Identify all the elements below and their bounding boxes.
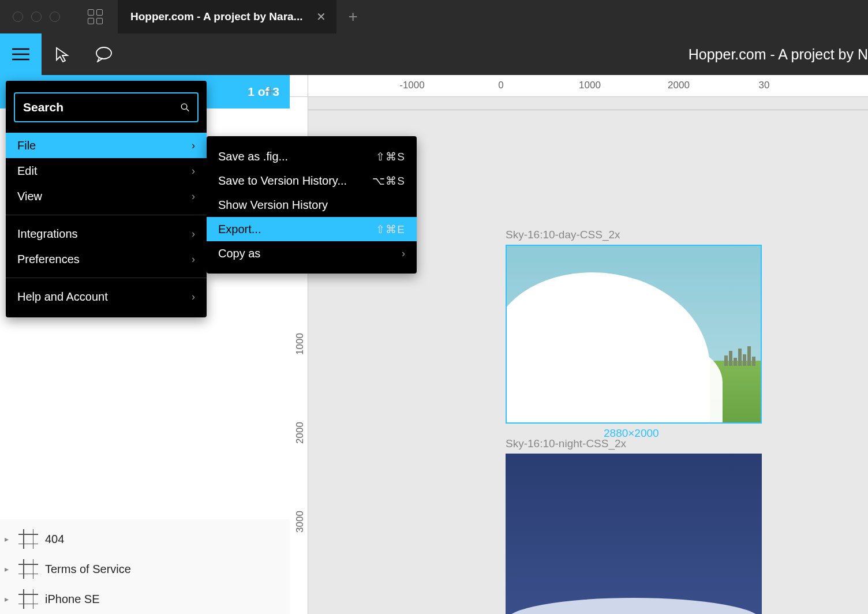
- layer-name: 404: [45, 533, 64, 546]
- move-tool-button[interactable]: [42, 33, 83, 75]
- tab-title: Hopper.com - A project by Nara...: [130, 10, 302, 23]
- layer-row[interactable]: ▸ Terms of Service: [0, 554, 290, 584]
- menu-separator: [6, 278, 207, 278]
- expand-chevron-icon[interactable]: ▸: [5, 564, 12, 574]
- close-window-button[interactable]: [13, 12, 23, 22]
- menu-shortcut: ⇧⌘E: [376, 223, 405, 236]
- svg-line-7: [186, 109, 189, 111]
- artboard-day[interactable]: [506, 245, 762, 424]
- titlebar: Hopper.com - A project by Nara... ✕ +: [0, 0, 868, 33]
- chevron-right-icon: ›: [192, 253, 195, 265]
- menu-item-edit[interactable]: Edit ›: [6, 158, 207, 184]
- comment-tool-button[interactable]: [83, 33, 125, 75]
- guide-line: [308, 110, 868, 110]
- minimize-window-button[interactable]: [31, 12, 42, 22]
- menu-item-label: Edit: [17, 164, 37, 178]
- svg-point-3: [96, 47, 111, 59]
- home-grid-icon[interactable]: [88, 9, 103, 24]
- submenu-item-export[interactable]: Export... ⇧⌘E: [207, 217, 417, 241]
- ruler-tick: -1000: [399, 80, 424, 91]
- frame-icon: [20, 530, 37, 548]
- search-icon: [181, 101, 189, 114]
- chevron-right-icon: ›: [192, 291, 195, 303]
- expand-chevron-icon[interactable]: ▸: [5, 594, 12, 604]
- menu-item-label: Help and Account: [17, 290, 108, 304]
- sky-illustration: [507, 246, 761, 422]
- menu-item-help[interactable]: Help and Account ›: [6, 284, 207, 309]
- chevron-right-icon: ›: [402, 248, 405, 260]
- cursor-icon: [55, 46, 70, 62]
- frame-icon: [20, 590, 37, 608]
- menu-shortcut: ⇧⌘S: [376, 150, 405, 163]
- file-submenu: Save as .fig... ⇧⌘S Save to Version Hist…: [207, 136, 417, 274]
- new-tab-button[interactable]: +: [348, 8, 357, 26]
- frame-label[interactable]: Sky-16:10-day-CSS_2x: [506, 229, 620, 241]
- menu-item-preferences[interactable]: Preferences ›: [6, 246, 207, 272]
- frame-icon: [20, 560, 37, 578]
- menu-item-label: Save to Version History...: [218, 174, 347, 188]
- menu-search-input[interactable]: [23, 100, 181, 114]
- ruler-tick: 30: [759, 80, 770, 91]
- menu-separator: [6, 215, 207, 215]
- menu-item-label: File: [17, 139, 36, 152]
- layer-name: Terms of Service: [45, 563, 131, 576]
- ruler-tick: 3000: [294, 511, 306, 533]
- maximize-window-button[interactable]: [50, 12, 60, 22]
- ruler-tick: 0: [498, 80, 503, 91]
- hamburger-icon: [12, 48, 29, 61]
- menu-shortcut: ⌥⌘S: [372, 174, 405, 188]
- chat-bubble-icon: [95, 46, 113, 62]
- menu-item-label: Export...: [218, 223, 261, 236]
- chevron-right-icon: ›: [192, 228, 195, 240]
- window-controls: [0, 12, 60, 22]
- menu-search-box[interactable]: [14, 92, 199, 122]
- ruler-corner: [290, 75, 308, 97]
- layer-row[interactable]: ▸ iPhone SE: [0, 584, 290, 614]
- menu-item-label: Integrations: [17, 227, 78, 241]
- submenu-item-save-history[interactable]: Save to Version History... ⌥⌘S: [207, 169, 417, 193]
- main-menu-button[interactable]: [0, 33, 42, 75]
- ruler-tick: 1000: [579, 80, 601, 91]
- menu-item-label: Preferences: [17, 253, 80, 266]
- menu-item-label: Save as .fig...: [218, 150, 288, 163]
- document-tab[interactable]: Hopper.com - A project by Nara... ✕: [118, 0, 336, 33]
- ruler-tick: 2000: [668, 80, 690, 91]
- ruler-tick: 2000: [294, 422, 306, 444]
- submenu-item-save-as-fig[interactable]: Save as .fig... ⇧⌘S: [207, 144, 417, 169]
- close-tab-icon[interactable]: ✕: [316, 10, 326, 24]
- chevron-right-icon: ›: [192, 190, 195, 203]
- night-illustration: [506, 454, 762, 614]
- document-title: Hopper.com - A project by N: [689, 46, 868, 63]
- submenu-item-copy-as[interactable]: Copy as ›: [207, 241, 417, 265]
- add-page-icon[interactable]: [264, 85, 276, 97]
- menu-item-integrations[interactable]: Integrations ›: [6, 221, 207, 246]
- frame-label[interactable]: Sky-16:10-night-CSS_2x: [506, 437, 626, 450]
- layer-row[interactable]: ▸ 404: [0, 524, 290, 554]
- menu-item-label: Show Version History: [218, 199, 328, 212]
- toolbar: Hopper.com - A project by N: [0, 33, 868, 75]
- layer-name: iPhone SE: [45, 593, 100, 606]
- menu-item-file[interactable]: File ›: [6, 133, 207, 158]
- ruler-tick: 1000: [294, 333, 306, 355]
- horizontal-ruler: -1000 0 1000 2000 30: [308, 75, 868, 97]
- svg-point-6: [181, 104, 187, 110]
- layers-panel: ▸ 404 ▸ Terms of Service ▸: [0, 519, 290, 614]
- artboard-night[interactable]: [506, 454, 762, 614]
- chevron-right-icon: ›: [192, 140, 195, 152]
- main-menu-dropdown: File › Edit › View › Integrations › Pref…: [6, 81, 207, 317]
- menu-item-view[interactable]: View ›: [6, 184, 207, 209]
- expand-chevron-icon[interactable]: ▸: [5, 534, 12, 544]
- menu-item-label: View: [17, 190, 42, 203]
- menu-item-label: Copy as: [218, 247, 260, 260]
- chevron-right-icon: ›: [192, 165, 195, 177]
- submenu-item-show-history[interactable]: Show Version History: [207, 193, 417, 217]
